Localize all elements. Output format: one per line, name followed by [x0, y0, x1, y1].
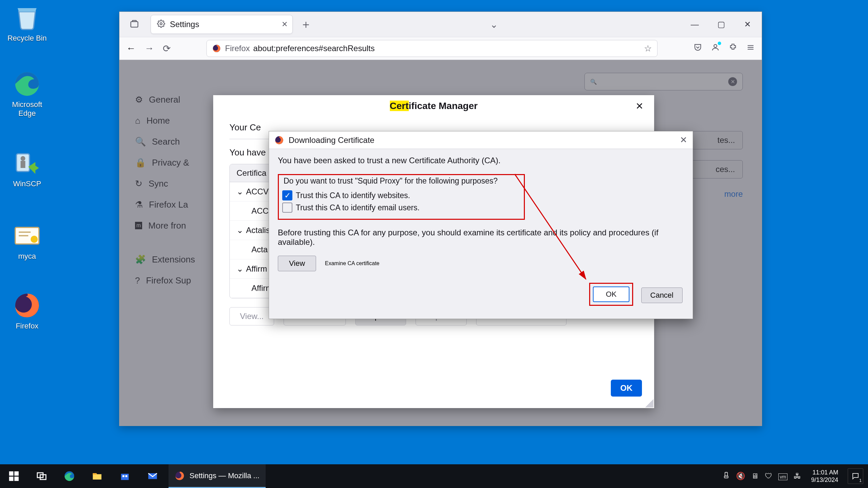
tab-close-icon[interactable]: ✕	[282, 20, 288, 29]
tray-vm-icon[interactable]: vm	[778, 472, 787, 481]
winscp-icon	[13, 149, 41, 177]
cert-icon	[13, 221, 41, 250]
close-button[interactable]: ✕	[742, 20, 753, 29]
myca[interactable]: myca	[3, 221, 51, 261]
svg-rect-26	[93, 473, 96, 475]
menu-icon[interactable]	[746, 43, 755, 54]
tab-settings[interactable]: Settings ✕	[151, 15, 293, 34]
ms-edge[interactable]: Microsoft Edge	[3, 70, 51, 118]
dlcert-titlebar: Downloading Certificate ✕	[269, 131, 693, 149]
svg-rect-27	[121, 474, 129, 480]
system-tray: 🔇 🖥 🛡 vm 🖧 11:01 AM 9/13/2024	[722, 468, 868, 484]
svg-rect-19	[9, 471, 14, 476]
task-view-button[interactable]	[28, 464, 55, 488]
firefox-icon	[175, 471, 185, 481]
dlcert-ok-button[interactable]: OK	[593, 287, 629, 302]
toolbar: ← → ⟳ Firefox about:preferences#searchRe…	[119, 37, 762, 60]
explorer-taskbar[interactable]	[83, 464, 111, 488]
dlcert-before: Before trusting this CA for any purpose,…	[278, 228, 684, 247]
svg-rect-3	[21, 161, 25, 168]
svg-point-13	[714, 44, 717, 47]
svg-rect-28	[123, 475, 125, 477]
svg-rect-20	[14, 471, 19, 476]
maximize-button[interactable]: ▢	[716, 20, 727, 29]
tab-label: Settings	[170, 20, 199, 29]
recycle-icon	[13, 3, 41, 32]
firefox-url-icon	[212, 44, 221, 53]
view-button[interactable]: View...	[229, 307, 274, 325]
dlcert-close-button[interactable]: ✕	[680, 135, 687, 145]
svg-point-2	[21, 156, 25, 161]
pocket-icon[interactable]	[693, 43, 702, 54]
certmgr-title: Certificate Manager	[390, 101, 478, 111]
downloading-certificate-dialog: Downloading Certificate ✕ You have been …	[269, 131, 693, 319]
svg-rect-9	[131, 22, 138, 27]
svg-rect-10	[132, 20, 136, 22]
tray-display-icon[interactable]: 🖥	[751, 472, 759, 481]
url-prefix: Firefox	[225, 44, 250, 53]
new-tab-button[interactable]: ＋	[300, 17, 312, 32]
bookmark-icon[interactable]: ☆	[644, 43, 652, 54]
recycle-label: Recycle Bin	[3, 34, 51, 43]
resize-handle[interactable]	[645, 399, 653, 407]
certmgr-close-button[interactable]: ✕	[632, 99, 647, 113]
dlcert-cancel-button[interactable]: Cancel	[641, 288, 683, 303]
svg-rect-21	[9, 476, 14, 481]
back-button[interactable]: ←	[126, 43, 136, 54]
taskbar-time: 11:01 AM	[811, 469, 838, 476]
svg-rect-22	[14, 476, 19, 481]
tab-list-button[interactable]: ⌄	[490, 19, 498, 30]
reload-button[interactable]: ⟳	[163, 43, 171, 54]
recycle-bin[interactable]: Recycle Bin	[3, 3, 51, 43]
edge-taskbar[interactable]	[55, 464, 83, 488]
dlcert-question: Do you want to trust "Squid Proxy" for t…	[282, 176, 521, 186]
firefox-small-icon	[274, 135, 284, 145]
account-icon[interactable]	[711, 43, 720, 54]
dlcert-line1: You have been asked to trust a new Certi…	[278, 156, 684, 165]
trust-websites-label: Trust this CA to identify websites.	[296, 191, 410, 200]
taskbar-date: 9/13/2024	[811, 476, 838, 484]
tray-security-icon[interactable]: 🛡	[765, 472, 772, 481]
firefox-desktop[interactable]: Firefox	[3, 291, 51, 331]
svg-rect-32	[725, 472, 728, 476]
trust-email-row[interactable]: Trust this CA to identify email users.	[282, 203, 521, 213]
taskbar: Settings — Mozilla ... 🔇 🖥 🛡 vm 🖧 11:01 …	[0, 464, 868, 488]
workspace-button[interactable]	[126, 16, 143, 33]
tray-usb-icon[interactable]	[722, 471, 730, 481]
trust-email-label: Trust this CA to identify email users.	[296, 203, 420, 212]
edge-label: Microsoft Edge	[3, 100, 51, 118]
taskbar-window-title: Settings — Mozilla ...	[190, 471, 260, 480]
edge-icon	[13, 70, 41, 98]
minimize-button[interactable]: —	[689, 20, 700, 29]
dlcert-title: Downloading Certificate	[289, 135, 374, 145]
tab-strip: Settings ✕ ＋ ⌄ — ▢ ✕	[119, 12, 762, 37]
certmgr-ok-button[interactable]: OK	[611, 380, 642, 397]
firefox-icon	[13, 291, 41, 320]
start-button[interactable]	[0, 464, 28, 488]
url-bar[interactable]: Firefox about:preferences#searchResults …	[206, 40, 658, 57]
winscp-label: WinSCP	[3, 179, 51, 188]
forward-button[interactable]: →	[144, 43, 154, 54]
window-controls: — ▢ ✕	[689, 20, 762, 29]
store-taskbar[interactable]	[111, 464, 139, 488]
mail-taskbar[interactable]	[139, 464, 166, 488]
svg-point-11	[160, 23, 162, 25]
extensions-icon[interactable]	[729, 43, 737, 54]
annotation-ok-highlight: OK	[589, 283, 633, 306]
taskbar-clock[interactable]: 11:01 AM 9/13/2024	[811, 469, 838, 484]
examine-label: Examine CA certificate	[325, 260, 379, 267]
checkbox-email[interactable]	[282, 203, 292, 213]
action-center-button[interactable]	[848, 468, 863, 484]
winscp[interactable]: WinSCP	[3, 149, 51, 188]
trust-websites-row[interactable]: ✓ Trust this CA to identify websites.	[282, 190, 521, 200]
svg-rect-33	[725, 476, 728, 478]
view-row: View Examine CA certificate	[278, 256, 684, 271]
url-text: about:preferences#searchResults	[253, 44, 375, 53]
gear-icon	[157, 20, 165, 29]
tray-volume-icon[interactable]: 🔇	[736, 472, 745, 481]
firefox-taskbar-running[interactable]: Settings — Mozilla ...	[169, 464, 266, 488]
checkbox-websites[interactable]: ✓	[282, 190, 292, 200]
tray-network-icon[interactable]: 🖧	[794, 472, 801, 481]
view-cert-button[interactable]: View	[278, 256, 316, 271]
annotation-redbox: Do you want to trust "Squid Proxy" for t…	[278, 174, 525, 220]
